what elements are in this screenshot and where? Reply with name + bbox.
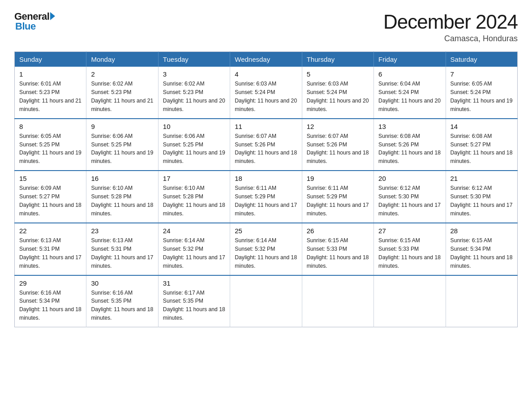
day-number: 5: [307, 70, 369, 78]
table-row: 15 Sunrise: 6:09 AMSunset: 5:27 PMDaylig…: [15, 171, 86, 223]
table-row: 29 Sunrise: 6:16 AMSunset: 5:34 PMDaylig…: [15, 275, 86, 327]
day-info: Sunrise: 6:06 AMSunset: 5:25 PMDaylight:…: [91, 133, 153, 165]
day-number: 17: [163, 175, 225, 182]
day-number: 28: [450, 227, 513, 235]
table-row: 26 Sunrise: 6:15 AMSunset: 5:33 PMDaylig…: [302, 223, 373, 275]
day-info: Sunrise: 6:01 AMSunset: 5:23 PMDaylight:…: [19, 81, 82, 112]
day-number: 26: [307, 227, 369, 235]
day-number: 18: [235, 175, 297, 182]
day-info: Sunrise: 6:06 AMSunset: 5:25 PMDaylight:…: [163, 133, 225, 165]
table-row: 13 Sunrise: 6:08 AMSunset: 5:26 PMDaylig…: [374, 119, 446, 171]
table-row: 23 Sunrise: 6:13 AMSunset: 5:31 PMDaylig…: [86, 223, 158, 275]
table-row: [374, 275, 446, 327]
table-row: 20 Sunrise: 6:12 AMSunset: 5:30 PMDaylig…: [374, 171, 446, 223]
logo-blue-text: Blue: [15, 21, 36, 32]
day-info: Sunrise: 6:12 AMSunset: 5:30 PMDaylight:…: [378, 185, 441, 217]
day-info: Sunrise: 6:08 AMSunset: 5:27 PMDaylight:…: [450, 133, 513, 165]
day-number: 19: [307, 175, 369, 182]
table-row: 30 Sunrise: 6:16 AMSunset: 5:35 PMDaylig…: [86, 275, 158, 327]
table-row: 8 Sunrise: 6:05 AMSunset: 5:25 PMDayligh…: [15, 119, 86, 171]
day-info: Sunrise: 6:15 AMSunset: 5:33 PMDaylight:…: [307, 237, 369, 269]
table-row: 18 Sunrise: 6:11 AMSunset: 5:29 PMDaylig…: [230, 171, 302, 223]
day-info: Sunrise: 6:08 AMSunset: 5:26 PMDaylight:…: [378, 133, 441, 165]
day-number: 3: [163, 70, 225, 78]
table-row: [230, 275, 302, 327]
day-info: Sunrise: 6:04 AMSunset: 5:24 PMDaylight:…: [378, 81, 441, 112]
day-info: Sunrise: 6:02 AMSunset: 5:23 PMDaylight:…: [163, 81, 225, 112]
table-row: 24 Sunrise: 6:14 AMSunset: 5:32 PMDaylig…: [158, 223, 230, 275]
logo-arrow-icon: [50, 12, 55, 20]
day-number: 27: [378, 227, 441, 235]
day-number: 8: [19, 123, 82, 130]
day-number: 20: [378, 175, 441, 182]
day-number: 30: [91, 279, 153, 287]
header-sunday: Sunday: [15, 52, 86, 67]
day-number: 11: [235, 123, 297, 130]
day-number: 29: [19, 279, 82, 287]
day-number: 6: [378, 70, 441, 78]
table-row: 14 Sunrise: 6:08 AMSunset: 5:27 PMDaylig…: [446, 119, 517, 171]
header-thursday: Thursday: [302, 52, 373, 67]
day-info: Sunrise: 6:15 AMSunset: 5:33 PMDaylight:…: [378, 237, 441, 269]
day-number: 13: [378, 123, 441, 130]
day-info: Sunrise: 6:07 AMSunset: 5:26 PMDaylight:…: [307, 133, 369, 165]
day-info: Sunrise: 6:03 AMSunset: 5:24 PMDaylight:…: [235, 81, 297, 112]
logo: General Blue: [14, 11, 55, 32]
day-number: 9: [91, 123, 153, 130]
table-row: 10 Sunrise: 6:06 AMSunset: 5:25 PMDaylig…: [158, 119, 230, 171]
day-number: 24: [163, 227, 225, 235]
day-info: Sunrise: 6:13 AMSunset: 5:31 PMDaylight:…: [91, 237, 153, 269]
table-row: 27 Sunrise: 6:15 AMSunset: 5:33 PMDaylig…: [374, 223, 446, 275]
header-monday: Monday: [86, 52, 158, 67]
calendar-table: SundayMondayTuesdayWednesdayThursdayFrid…: [14, 51, 518, 327]
day-info: Sunrise: 6:13 AMSunset: 5:31 PMDaylight:…: [19, 237, 82, 269]
subtitle: Camasca, Honduras: [383, 34, 518, 43]
table-row: 17 Sunrise: 6:10 AMSunset: 5:28 PMDaylig…: [158, 171, 230, 223]
table-row: 22 Sunrise: 6:13 AMSunset: 5:31 PMDaylig…: [15, 223, 86, 275]
table-row: [302, 275, 373, 327]
week-row-4: 22 Sunrise: 6:13 AMSunset: 5:31 PMDaylig…: [15, 223, 518, 275]
day-info: Sunrise: 6:11 AMSunset: 5:29 PMDaylight:…: [235, 185, 297, 217]
day-number: 16: [91, 175, 153, 182]
week-row-3: 15 Sunrise: 6:09 AMSunset: 5:27 PMDaylig…: [15, 171, 518, 223]
week-row-2: 8 Sunrise: 6:05 AMSunset: 5:25 PMDayligh…: [15, 119, 518, 171]
day-info: Sunrise: 6:14 AMSunset: 5:32 PMDaylight:…: [235, 237, 297, 269]
table-row: 25 Sunrise: 6:14 AMSunset: 5:32 PMDaylig…: [230, 223, 302, 275]
week-row-5: 29 Sunrise: 6:16 AMSunset: 5:34 PMDaylig…: [15, 275, 518, 327]
day-number: 31: [163, 279, 225, 287]
day-info: Sunrise: 6:11 AMSunset: 5:29 PMDaylight:…: [307, 185, 369, 217]
table-row: 6 Sunrise: 6:04 AMSunset: 5:24 PMDayligh…: [374, 67, 446, 119]
header-wednesday: Wednesday: [230, 52, 302, 67]
day-number: 15: [19, 175, 82, 182]
table-row: 9 Sunrise: 6:06 AMSunset: 5:25 PMDayligh…: [86, 119, 158, 171]
header-saturday: Saturday: [446, 52, 517, 67]
day-info: Sunrise: 6:10 AMSunset: 5:28 PMDaylight:…: [91, 185, 153, 217]
day-number: 21: [450, 175, 513, 182]
table-row: 11 Sunrise: 6:07 AMSunset: 5:26 PMDaylig…: [230, 119, 302, 171]
week-row-1: 1 Sunrise: 6:01 AMSunset: 5:23 PMDayligh…: [15, 67, 518, 119]
table-row: 16 Sunrise: 6:10 AMSunset: 5:28 PMDaylig…: [86, 171, 158, 223]
day-number: 10: [163, 123, 225, 130]
main-title: December 2024: [383, 11, 518, 33]
table-row: 1 Sunrise: 6:01 AMSunset: 5:23 PMDayligh…: [15, 67, 86, 119]
table-row: 2 Sunrise: 6:02 AMSunset: 5:23 PMDayligh…: [86, 67, 158, 119]
day-number: 22: [19, 227, 82, 235]
day-info: Sunrise: 6:14 AMSunset: 5:32 PMDaylight:…: [163, 237, 225, 269]
days-of-week-row: SundayMondayTuesdayWednesdayThursdayFrid…: [15, 52, 518, 67]
table-row: 5 Sunrise: 6:03 AMSunset: 5:24 PMDayligh…: [302, 67, 373, 119]
table-row: 19 Sunrise: 6:11 AMSunset: 5:29 PMDaylig…: [302, 171, 373, 223]
table-row: 4 Sunrise: 6:03 AMSunset: 5:24 PMDayligh…: [230, 67, 302, 119]
day-info: Sunrise: 6:02 AMSunset: 5:23 PMDaylight:…: [91, 81, 153, 112]
day-info: Sunrise: 6:10 AMSunset: 5:28 PMDaylight:…: [163, 185, 225, 217]
day-number: 4: [235, 70, 297, 78]
day-info: Sunrise: 6:12 AMSunset: 5:30 PMDaylight:…: [450, 185, 513, 217]
day-info: Sunrise: 6:17 AMSunset: 5:35 PMDaylight:…: [163, 290, 225, 321]
header-friday: Friday: [374, 52, 446, 67]
day-info: Sunrise: 6:16 AMSunset: 5:35 PMDaylight:…: [91, 290, 153, 321]
table-row: 3 Sunrise: 6:02 AMSunset: 5:23 PMDayligh…: [158, 67, 230, 119]
day-info: Sunrise: 6:16 AMSunset: 5:34 PMDaylight:…: [19, 290, 82, 321]
day-number: 14: [450, 123, 513, 130]
day-number: 1: [19, 70, 82, 78]
table-row: 28 Sunrise: 6:15 AMSunset: 5:34 PMDaylig…: [446, 223, 517, 275]
day-number: 23: [91, 227, 153, 235]
